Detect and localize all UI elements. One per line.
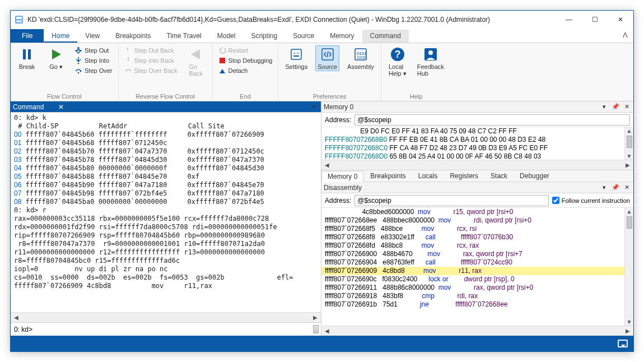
step-over-icon [74,67,82,75]
svg-marker-11 [220,69,225,73]
svg-rect-12 [291,49,301,59]
help-group-label: Help [386,92,446,100]
panel-tab-registers[interactable]: Registers [444,171,484,181]
feedback-hub-button[interactable]: Feedback Hub [415,45,446,78]
disasm-panel-menu-icon[interactable]: ▾ [600,184,609,191]
memory-panel-pin-icon[interactable]: 📌 [611,103,620,110]
end-group-label: End [217,92,274,100]
svg-point-13 [294,53,295,54]
settings-button[interactable]: Settings [283,45,310,71]
disasm-vscroll[interactable]: ▲▼ [624,208,633,326]
step-out-button[interactable]: Step Out [73,45,114,55]
command-input[interactable] [35,326,318,333]
memory-hscroll[interactable]: ◀▶ [321,160,633,170]
preferences-group-label: Preferences [283,92,376,100]
svg-rect-15 [293,55,299,57]
pause-icon [19,47,35,62]
disasm-hscroll[interactable]: ◀▶ [321,326,633,336]
step-out-back-label: Step Out Back [134,47,174,54]
step-out-back-icon [124,47,132,54]
disassembly-panel-title: Disassembly [324,184,362,192]
memory-address-label: Address: [325,116,351,124]
go-back-label: Go Back [189,63,202,77]
stop-label: Stop Debugging [228,57,273,64]
command-tab-close-icon[interactable]: ✕ [58,103,64,111]
step-into-icon [74,57,82,64]
svg-point-8 [78,72,80,74]
assembly-icon: 01011010 [353,47,368,62]
settings-label: Settings [285,63,307,70]
follow-instruction-checkbox[interactable]: Follow current instruction [552,197,630,204]
detach-button[interactable]: Detach [217,66,274,76]
tab-memory[interactable]: Memory [322,30,362,43]
tab-command[interactable]: Command [362,30,409,43]
svg-rect-2 [16,20,22,22]
minimize-button[interactable]: — [556,11,582,29]
tab-home[interactable]: Home [44,30,77,43]
step-out-icon [74,47,82,54]
local-help-label: Local Help [389,63,403,77]
command-input-bar: 0: kd> [11,322,321,336]
disasm-panel-pin-icon[interactable]: 📌 [611,184,620,191]
memory-panel-header: Memory 0 ▾ 📌 ✕ [321,101,633,113]
play-icon [48,47,64,62]
step-over-label: Step Over [85,67,113,74]
source-mode-button[interactable]: Source [315,45,339,71]
help-icon: ? [390,47,405,62]
local-help-button[interactable]: ? Local Help ▾ [386,45,409,78]
memory-panel-close-icon[interactable]: ✕ [622,103,631,110]
step-into-back-icon [124,57,132,64]
restart-button: Restart [217,45,274,55]
source-label: Source [318,63,337,70]
status-bar [11,336,633,351]
step-over-button[interactable]: Step Over [73,66,114,76]
panel-tab-locals[interactable]: Locals [413,171,444,181]
feedback-label: Feedback Hub [417,63,444,77]
assembly-mode-button[interactable]: 01011010 Assembly [345,45,376,71]
tab-source[interactable]: Source [285,30,322,43]
memory-vscroll[interactable]: ▲▼ [624,127,633,160]
ribbon: Break Go ▾ Step Out Step Into Step Over … [11,43,633,101]
svg-point-14 [297,53,298,54]
step-over-back-button: Step Over Back [123,66,179,76]
panel-tab-memory-0[interactable]: Memory 0 [321,171,363,182]
memory-panel-menu-icon[interactable]: ▾ [600,103,609,110]
svg-text:1010: 1010 [357,55,367,60]
stop-icon [218,57,226,64]
assembly-label: Assembly [347,63,374,70]
panel-tab-stack[interactable]: Stack [485,171,513,181]
command-panel-header: Command ✕ ▾ [11,101,321,113]
svg-text:?: ? [394,49,400,60]
tab-time-travel[interactable]: Time Travel [159,30,209,43]
chat-icon[interactable] [618,340,628,347]
follow-label: Follow current instruction [562,197,630,204]
disasm-address-label: Address: [325,197,351,205]
break-button[interactable]: Break [15,45,39,71]
command-hscroll[interactable]: ◀▶ [11,312,321,322]
panel-tab-breakpoints[interactable]: Breakpoints [365,171,411,181]
settings-icon [288,47,304,62]
collapse-ribbon-icon[interactable]: ᐱ [623,31,628,39]
disasm-panel-close-icon[interactable]: ✕ [622,184,631,191]
ribbon-tabs: File Home View Breakpoints Time Travel M… [11,29,633,43]
go-label: Go [49,63,58,70]
panel-menu-icon[interactable]: ▾ [310,103,319,110]
disasm-address-input[interactable] [354,195,548,206]
tab-view[interactable]: View [77,30,108,43]
go-button[interactable]: Go ▾ [44,45,68,72]
maximize-button[interactable]: ☐ [582,11,608,29]
tab-model[interactable]: Model [209,30,244,43]
memory-hex-view: E9 D0 FC E0 FF 41 83 FA 40 75 09 48 C7 C… [321,127,624,160]
step-into-button[interactable]: Step Into [73,55,114,66]
tab-breakpoints[interactable]: Breakpoints [108,30,158,43]
stop-debugging-button[interactable]: Stop Debugging [217,55,274,66]
close-button[interactable]: ✕ [608,11,633,29]
restart-label: Restart [228,47,248,54]
svg-rect-10 [220,58,225,63]
tab-scripting[interactable]: Scripting [243,30,285,43]
panel-tab-debugger[interactable]: Debugger [514,171,555,181]
tab-file[interactable]: File [11,29,44,43]
step-over-back-icon [124,67,132,75]
memory-address-input[interactable] [354,114,630,126]
step-out-label: Step Out [85,47,109,54]
